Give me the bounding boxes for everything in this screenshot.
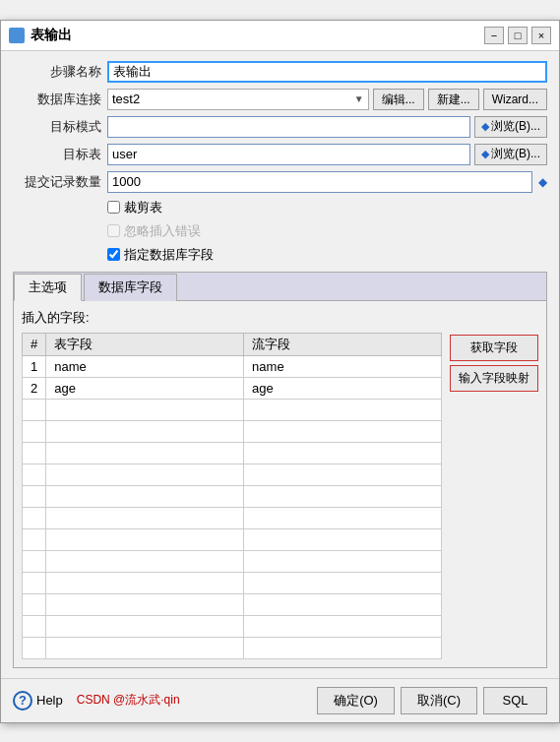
- db-conn-value: test2: [112, 92, 140, 106]
- title-bar: 表输出 − □ ×: [1, 21, 559, 51]
- table-row: [23, 528, 442, 550]
- truncate-label[interactable]: 裁剪表: [124, 199, 162, 216]
- table-row: [23, 464, 442, 485]
- main-window: 表输出 − □ × 步骤名称 数据库连接 test2 ▼ 编辑...: [0, 20, 560, 723]
- target-schema-label: 目标模式: [13, 118, 101, 136]
- cancel-button[interactable]: 取消(C): [401, 687, 477, 714]
- sql-button[interactable]: SQL: [483, 687, 547, 714]
- row-table-field-1: name: [46, 355, 244, 377]
- row-num-1: 1: [23, 355, 46, 377]
- title-bar-controls: − □ ×: [484, 27, 551, 44]
- db-conn-combo[interactable]: test2 ▼: [107, 89, 369, 110]
- step-name-field-wrap: [107, 61, 547, 83]
- edit-button[interactable]: 编辑...: [373, 89, 424, 110]
- browse-schema-label: 浏览(B)...: [491, 118, 540, 135]
- browse-table-button[interactable]: ◆ 浏览(B)...: [474, 144, 547, 165]
- table-row: 2 age age: [23, 377, 442, 399]
- tab-main[interactable]: 主选项: [14, 274, 82, 301]
- diamond-commit-icon: ◆: [538, 175, 547, 189]
- get-fields-button[interactable]: 获取字段: [450, 335, 538, 361]
- table-row: [23, 572, 442, 593]
- target-table-field-wrap: ◆ 浏览(B)...: [107, 144, 547, 165]
- truncate-checkbox[interactable]: [107, 201, 120, 214]
- specify-fields-checkbox[interactable]: [107, 248, 120, 261]
- table-row: [23, 399, 442, 420]
- target-schema-field-wrap: ◆ 浏览(B)...: [107, 116, 547, 138]
- wizard-button[interactable]: Wizard...: [483, 89, 547, 110]
- table-row: [23, 485, 442, 507]
- table-row: [23, 442, 442, 464]
- row-stream-field-2: age: [244, 377, 442, 399]
- db-conn-wrap: test2 ▼ 编辑... 新建... Wizard...: [107, 89, 547, 110]
- ignore-error-label: 忽略插入错误: [124, 222, 201, 240]
- table-row: [23, 550, 442, 572]
- target-schema-row: 目标模式 ◆ 浏览(B)...: [13, 116, 547, 138]
- table-buttons: 获取字段 输入字段映射: [450, 333, 538, 659]
- specify-fields-label[interactable]: 指定数据库字段: [124, 246, 214, 264]
- tab-bar: 主选项 数据库字段: [14, 273, 546, 301]
- bottom-left: ? Help CSDN @流水武·qin: [13, 691, 180, 711]
- bottom-right: 确定(O) 取消(C) SQL: [317, 687, 547, 714]
- row-num-2: 2: [23, 377, 46, 399]
- watermark: CSDN @流水武·qin: [77, 692, 180, 709]
- ignore-error-checkbox[interactable]: [107, 224, 120, 237]
- new-button[interactable]: 新建...: [428, 89, 479, 110]
- col-header-stream-field: 流字段: [244, 333, 442, 355]
- table-row: [23, 615, 442, 637]
- row-table-field-2: age: [46, 377, 244, 399]
- table-area: # 表字段 流字段 1 name name: [22, 333, 538, 659]
- commit-count-field-wrap: ◆: [107, 171, 547, 193]
- diamond-table-icon: ◆: [481, 148, 489, 160]
- diamond-schema-icon: ◆: [481, 120, 489, 133]
- col-header-num: #: [23, 333, 46, 355]
- app-icon: [9, 28, 25, 43]
- truncate-row: 裁剪表: [13, 199, 547, 216]
- col-header-table-field: 表字段: [46, 333, 244, 355]
- maximize-button[interactable]: □: [508, 27, 528, 44]
- table-row: [23, 593, 442, 615]
- field-table: # 表字段 流字段 1 name name: [22, 333, 442, 659]
- step-name-input[interactable]: [107, 61, 547, 83]
- window-title: 表输出: [31, 27, 72, 44]
- db-conn-label: 数据库连接: [13, 91, 101, 108]
- insert-fields-label: 插入的字段:: [22, 309, 538, 327]
- help-icon: ?: [13, 691, 32, 711]
- table-row: 1 name name: [23, 355, 442, 377]
- tabs-section: 主选项 数据库字段 插入的字段: # 表字段 流字段: [13, 272, 547, 668]
- commit-count-label: 提交记录数量: [13, 173, 101, 191]
- close-button[interactable]: ×: [531, 27, 551, 44]
- table-row: [23, 420, 442, 442]
- form-content: 步骤名称 数据库连接 test2 ▼ 编辑... 新建... Wizard...…: [1, 51, 559, 678]
- target-schema-input[interactable]: [107, 116, 470, 138]
- help-label[interactable]: Help: [36, 693, 63, 708]
- table-row: [23, 507, 442, 528]
- target-table-row: 目标表 ◆ 浏览(B)...: [13, 144, 547, 165]
- browse-schema-button[interactable]: ◆ 浏览(B)...: [474, 116, 547, 138]
- browse-table-label: 浏览(B)...: [491, 146, 540, 162]
- minimize-button[interactable]: −: [484, 27, 504, 44]
- step-name-label: 步骤名称: [13, 63, 101, 81]
- tab-main-content: 插入的字段: # 表字段 流字段 1: [14, 301, 546, 667]
- target-table-label: 目标表: [13, 146, 101, 163]
- confirm-button[interactable]: 确定(O): [317, 687, 395, 714]
- bottom-bar: ? Help CSDN @流水武·qin 确定(O) 取消(C) SQL: [1, 678, 559, 722]
- step-name-row: 步骤名称: [13, 61, 547, 83]
- combo-arrow-icon: ▼: [354, 93, 364, 104]
- ignore-error-row: 忽略插入错误: [13, 222, 547, 240]
- enter-mapping-button[interactable]: 输入字段映射: [450, 365, 538, 392]
- row-stream-field-1: name: [244, 355, 442, 377]
- table-row: [23, 637, 442, 658]
- tab-db-fields[interactable]: 数据库字段: [84, 274, 177, 301]
- title-bar-left: 表输出: [9, 27, 72, 44]
- commit-count-row: 提交记录数量 ◆: [13, 171, 547, 193]
- db-conn-row: 数据库连接 test2 ▼ 编辑... 新建... Wizard...: [13, 89, 547, 110]
- target-table-input[interactable]: [107, 144, 470, 165]
- commit-count-input[interactable]: [107, 171, 532, 193]
- specify-fields-row: 指定数据库字段: [13, 246, 547, 264]
- table-header-row: # 表字段 流字段: [23, 333, 442, 355]
